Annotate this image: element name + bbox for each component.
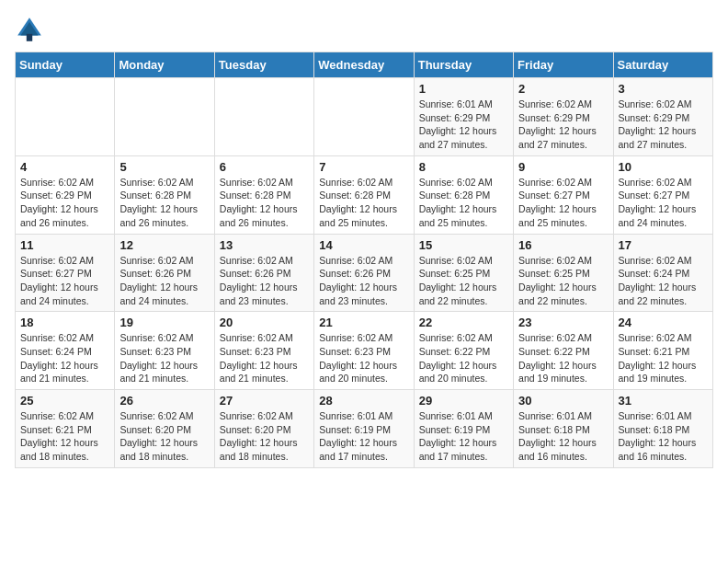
calendar-cell: 28Sunrise: 6:01 AMSunset: 6:19 PMDayligh…	[314, 390, 414, 468]
logo-icon	[15, 15, 44, 44]
day-info: Sunrise: 6:02 AMSunset: 6:23 PMDaylight:…	[319, 331, 408, 385]
col-header-sunday: Sunday	[16, 52, 115, 78]
day-info: Sunrise: 6:02 AMSunset: 6:26 PMDaylight:…	[319, 254, 408, 308]
day-info: Sunrise: 6:02 AMSunset: 6:22 PMDaylight:…	[419, 331, 508, 385]
calendar-cell: 14Sunrise: 6:02 AMSunset: 6:26 PMDayligh…	[314, 234, 414, 312]
day-info: Sunrise: 6:02 AMSunset: 6:24 PMDaylight:…	[619, 254, 708, 308]
day-info: Sunrise: 6:02 AMSunset: 6:21 PMDaylight:…	[20, 409, 109, 464]
calendar-cell: 12Sunrise: 6:02 AMSunset: 6:26 PMDayligh…	[115, 234, 214, 312]
day-number: 11	[20, 238, 109, 252]
day-info: Sunrise: 6:01 AMSunset: 6:19 PMDaylight:…	[419, 409, 508, 464]
day-info: Sunrise: 6:01 AMSunset: 6:18 PMDaylight:…	[518, 409, 608, 464]
day-number: 23	[518, 316, 608, 329]
day-number: 12	[119, 238, 209, 252]
day-info: Sunrise: 6:02 AMSunset: 6:29 PMDaylight:…	[20, 176, 109, 230]
col-header-tuesday: Tuesday	[214, 52, 313, 78]
day-info: Sunrise: 6:02 AMSunset: 6:26 PMDaylight:…	[220, 254, 309, 308]
day-number: 1	[419, 82, 508, 96]
day-number: 5	[119, 160, 209, 174]
day-number: 26	[119, 394, 209, 408]
svg-rect-2	[27, 34, 32, 41]
calendar-table: SundayMondayTuesdayWednesdayThursdayFrid…	[15, 52, 713, 468]
day-info: Sunrise: 6:02 AMSunset: 6:25 PMDaylight:…	[419, 254, 508, 308]
day-info: Sunrise: 6:02 AMSunset: 6:28 PMDaylight:…	[119, 176, 209, 230]
col-header-saturday: Saturday	[613, 52, 712, 78]
calendar-cell: 18Sunrise: 6:02 AMSunset: 6:24 PMDayligh…	[16, 312, 115, 390]
week-row-1: 1Sunrise: 6:01 AMSunset: 6:29 PMDaylight…	[16, 78, 713, 156]
calendar-cell	[314, 78, 414, 156]
day-number: 20	[220, 316, 309, 329]
col-header-monday: Monday	[115, 52, 214, 78]
day-number: 10	[619, 160, 708, 174]
calendar-cell	[214, 78, 313, 156]
day-number: 16	[518, 238, 608, 252]
calendar-cell: 10Sunrise: 6:02 AMSunset: 6:27 PMDayligh…	[613, 155, 712, 234]
calendar-cell	[16, 78, 115, 156]
week-row-2: 4Sunrise: 6:02 AMSunset: 6:29 PMDaylight…	[16, 155, 713, 234]
calendar-cell: 26Sunrise: 6:02 AMSunset: 6:20 PMDayligh…	[115, 390, 214, 468]
calendar-cell: 25Sunrise: 6:02 AMSunset: 6:21 PMDayligh…	[16, 390, 115, 468]
day-info: Sunrise: 6:01 AMSunset: 6:18 PMDaylight:…	[619, 409, 708, 464]
day-number: 15	[419, 238, 508, 252]
calendar-cell: 22Sunrise: 6:02 AMSunset: 6:22 PMDayligh…	[414, 312, 513, 390]
calendar-cell: 30Sunrise: 6:01 AMSunset: 6:18 PMDayligh…	[514, 390, 613, 468]
calendar-cell: 17Sunrise: 6:02 AMSunset: 6:24 PMDayligh…	[613, 234, 712, 312]
calendar-cell: 9Sunrise: 6:02 AMSunset: 6:27 PMDaylight…	[514, 155, 613, 234]
col-header-friday: Friday	[514, 52, 613, 78]
calendar-cell: 5Sunrise: 6:02 AMSunset: 6:28 PMDaylight…	[115, 155, 214, 234]
day-info: Sunrise: 6:02 AMSunset: 6:26 PMDaylight:…	[119, 254, 209, 308]
day-number: 3	[619, 82, 708, 96]
day-info: Sunrise: 6:02 AMSunset: 6:20 PMDaylight:…	[220, 409, 309, 464]
calendar-cell	[115, 78, 214, 156]
calendar-cell: 11Sunrise: 6:02 AMSunset: 6:27 PMDayligh…	[16, 234, 115, 312]
calendar-cell: 29Sunrise: 6:01 AMSunset: 6:19 PMDayligh…	[414, 390, 513, 468]
day-info: Sunrise: 6:01 AMSunset: 6:29 PMDaylight:…	[419, 98, 508, 152]
day-number: 4	[20, 160, 109, 174]
day-info: Sunrise: 6:02 AMSunset: 6:28 PMDaylight:…	[319, 176, 408, 230]
calendar-cell: 4Sunrise: 6:02 AMSunset: 6:29 PMDaylight…	[16, 155, 115, 234]
day-info: Sunrise: 6:02 AMSunset: 6:27 PMDaylight:…	[518, 176, 608, 230]
day-info: Sunrise: 6:02 AMSunset: 6:29 PMDaylight:…	[518, 98, 608, 152]
day-number: 25	[20, 394, 109, 408]
day-number: 27	[220, 394, 309, 408]
week-row-4: 18Sunrise: 6:02 AMSunset: 6:24 PMDayligh…	[16, 312, 713, 390]
day-number: 6	[220, 160, 309, 174]
calendar-cell: 8Sunrise: 6:02 AMSunset: 6:28 PMDaylight…	[414, 155, 513, 234]
week-row-3: 11Sunrise: 6:02 AMSunset: 6:27 PMDayligh…	[16, 234, 713, 312]
day-info: Sunrise: 6:02 AMSunset: 6:27 PMDaylight:…	[20, 254, 109, 308]
calendar-cell: 27Sunrise: 6:02 AMSunset: 6:20 PMDayligh…	[214, 390, 313, 468]
day-info: Sunrise: 6:02 AMSunset: 6:27 PMDaylight:…	[619, 176, 708, 230]
day-info: Sunrise: 6:02 AMSunset: 6:29 PMDaylight:…	[619, 98, 708, 152]
day-info: Sunrise: 6:02 AMSunset: 6:24 PMDaylight:…	[20, 331, 109, 385]
calendar-cell: 6Sunrise: 6:02 AMSunset: 6:28 PMDaylight…	[214, 155, 313, 234]
calendar-cell: 21Sunrise: 6:02 AMSunset: 6:23 PMDayligh…	[314, 312, 414, 390]
calendar-cell: 13Sunrise: 6:02 AMSunset: 6:26 PMDayligh…	[214, 234, 313, 312]
day-info: Sunrise: 6:02 AMSunset: 6:23 PMDaylight:…	[119, 331, 209, 385]
day-number: 31	[619, 394, 708, 408]
day-info: Sunrise: 6:02 AMSunset: 6:21 PMDaylight:…	[619, 331, 708, 385]
day-info: Sunrise: 6:02 AMSunset: 6:23 PMDaylight:…	[220, 331, 309, 385]
calendar-cell: 2Sunrise: 6:02 AMSunset: 6:29 PMDaylight…	[514, 78, 613, 156]
calendar-cell: 20Sunrise: 6:02 AMSunset: 6:23 PMDayligh…	[214, 312, 313, 390]
calendar-cell: 3Sunrise: 6:02 AMSunset: 6:29 PMDaylight…	[613, 78, 712, 156]
page-header	[15, 15, 713, 44]
day-number: 21	[319, 316, 408, 329]
calendar-cell: 31Sunrise: 6:01 AMSunset: 6:18 PMDayligh…	[613, 390, 712, 468]
calendar-cell: 15Sunrise: 6:02 AMSunset: 6:25 PMDayligh…	[414, 234, 513, 312]
day-number: 30	[518, 394, 608, 408]
day-number: 19	[119, 316, 209, 329]
day-info: Sunrise: 6:02 AMSunset: 6:28 PMDaylight:…	[419, 176, 508, 230]
day-number: 8	[419, 160, 508, 174]
day-info: Sunrise: 6:02 AMSunset: 6:22 PMDaylight:…	[518, 331, 608, 385]
day-number: 14	[319, 238, 408, 252]
day-number: 22	[419, 316, 508, 329]
day-number: 28	[319, 394, 408, 408]
col-header-wednesday: Wednesday	[314, 52, 414, 78]
week-row-5: 25Sunrise: 6:02 AMSunset: 6:21 PMDayligh…	[16, 390, 713, 468]
header-row: SundayMondayTuesdayWednesdayThursdayFrid…	[16, 52, 713, 78]
day-number: 17	[619, 238, 708, 252]
calendar-cell: 23Sunrise: 6:02 AMSunset: 6:22 PMDayligh…	[514, 312, 613, 390]
day-number: 9	[518, 160, 608, 174]
day-number: 29	[419, 394, 508, 408]
day-number: 18	[20, 316, 109, 329]
